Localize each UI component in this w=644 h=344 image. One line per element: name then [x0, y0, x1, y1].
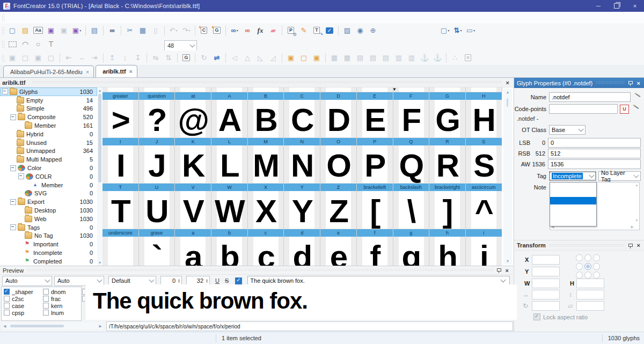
tab-alibabapuhuiti[interactable]: AlibabaPuHuiTi-2-65-Mediu ×: [3, 65, 94, 77]
cut-icon[interactable]: ✂▾: [124, 25, 136, 36]
feature-checkbox[interactable]: [43, 296, 49, 302]
glyph-cell-e[interactable]: ee: [320, 229, 356, 266]
intersect-icon[interactable]: ▣: [311, 53, 323, 63]
scroll-right-icon[interactable]: ▶: [631, 225, 634, 229]
tree-item-svg[interactable]: SVG 0: [0, 189, 97, 198]
open-font-icon[interactable]: ▤▾: [19, 25, 31, 36]
close-panel-icon[interactable]: ×: [635, 242, 642, 248]
scroll-right-icon[interactable]: ▶: [99, 324, 102, 328]
rows-lock-icon[interactable]: ▤: [380, 53, 392, 63]
close-overview-icon[interactable]: ×: [504, 79, 511, 86]
distribute-h-icon[interactable]: ⇆: [150, 53, 162, 63]
scroll-left-icon[interactable]: ◀: [3, 324, 6, 328]
connect-points-icon[interactable]: ∴: [449, 53, 461, 63]
tree-item-color[interactable]: Color 0: [0, 164, 97, 172]
close-panel-icon[interactable]: ×: [635, 80, 642, 86]
formula-icon[interactable]: fx▾: [254, 25, 266, 36]
rows-undo-icon[interactable]: ▤: [367, 53, 379, 63]
lock-aspect-checkbox[interactable]: [533, 313, 540, 320]
tree-item-composite[interactable]: Composite 520: [0, 113, 97, 121]
glyph-cell-Z[interactable]: ZZ: [320, 184, 356, 229]
tab-close-icon[interactable]: ×: [86, 69, 89, 75]
glyph-size-combo[interactable]: 48: [164, 40, 197, 51]
sort-icon[interactable]: ⇅▾: [452, 25, 464, 36]
feature-checkbox[interactable]: [43, 303, 49, 309]
find-icon[interactable]: ∞▾: [106, 25, 118, 36]
glyph-cell-L[interactable]: LL: [211, 138, 247, 184]
feature-checkbox[interactable]: [4, 296, 10, 302]
anchor-icon[interactable]: ⚓: [419, 53, 430, 63]
tree-item-colr-member[interactable]: Member 0: [0, 181, 97, 189]
feature-item[interactable]: kern: [42, 302, 81, 309]
columns-icon[interactable]: ▥: [393, 53, 405, 63]
glyph-cell-bracketleft[interactable]: bracketleft[: [356, 184, 393, 229]
tree-item-web[interactable]: Web 1030: [0, 215, 97, 223]
feature-item[interactable]: cpsp: [3, 309, 42, 316]
glyph-cell-R[interactable]: RR: [429, 138, 465, 184]
feature-list-scrollbar[interactable]: ◀ ▶: [2, 323, 103, 330]
wand-icon[interactable]: [633, 93, 641, 101]
expand-toggle-icon[interactable]: [18, 259, 23, 264]
close-button[interactable]: ×: [626, 0, 644, 12]
y-input[interactable]: [532, 267, 560, 276]
test-webfont-icon[interactable]: ◉▾: [354, 25, 366, 36]
tree-item-simple[interactable]: Simple 496: [0, 105, 97, 113]
save-icon[interactable]: ▣▾: [45, 25, 57, 36]
tree-item-export[interactable]: Export 1030: [0, 197, 97, 206]
grid-scrollbar[interactable]: ▲ ▼: [503, 89, 512, 265]
x-input[interactable]: [532, 255, 560, 265]
rotate-cw-icon[interactable]: ◿: [267, 53, 279, 63]
anchor-lock-icon[interactable]: ⚓: [431, 53, 443, 63]
scroll-up-icon[interactable]: ▲: [97, 89, 103, 92]
glyph-cell-I[interactable]: II: [103, 138, 138, 184]
bring-to-front-icon[interactable]: ▣: [6, 53, 18, 63]
expand-toggle-icon[interactable]: [18, 191, 23, 196]
compare-fonts-icon[interactable]: ▨▾: [341, 25, 353, 36]
h-input[interactable]: [576, 279, 604, 288]
origin-radio[interactable]: [576, 272, 583, 279]
glyph-cell-h[interactable]: hh: [429, 229, 465, 266]
rows-icon[interactable]: ▤: [354, 53, 366, 63]
w-input[interactable]: [532, 279, 560, 288]
bring-forward-icon[interactable]: ▣: [32, 53, 44, 63]
expand-toggle-icon[interactable]: [18, 123, 23, 128]
glyph-cell-b[interactable]: bb: [211, 229, 247, 266]
expand-toggle-icon[interactable]: [10, 199, 16, 205]
scroll-thumb[interactable]: [10, 325, 64, 327]
complete-composites-icon[interactable]: ∞▾: [229, 25, 240, 36]
lsb-input[interactable]: 0: [548, 138, 641, 148]
expand-toggle-icon[interactable]: [10, 131, 15, 136]
unicode-icon[interactable]: U: [620, 105, 629, 114]
select-tool-icon[interactable]: [6, 39, 18, 49]
align-top-icon[interactable]: ↥: [106, 53, 118, 63]
origin-radio[interactable]: [584, 272, 591, 279]
glyph-cell-U[interactable]: UU: [138, 184, 175, 229]
export-glyph-icon[interactable]: ▭▾: [465, 25, 477, 36]
menu-item[interactable]: [23, 13, 32, 22]
open-installed-font-icon[interactable]: Aa▾: [32, 25, 44, 36]
menu-item[interactable]: [49, 13, 57, 22]
glyph-cell-Y[interactable]: YY: [283, 184, 320, 229]
glyph-cell-H[interactable]: HH: [465, 92, 502, 138]
tab-close-icon[interactable]: ×: [129, 68, 133, 75]
expand-toggle-icon[interactable]: [18, 233, 23, 238]
glyph-cell-T[interactable]: TT: [103, 184, 138, 229]
minimize-button[interactable]: ─: [589, 0, 608, 12]
expand-toggle-icon[interactable]: [18, 216, 23, 221]
glyph-cell-d[interactable]: dd: [283, 229, 320, 266]
align-middle-icon[interactable]: ↕: [119, 53, 131, 63]
spinner-arrows-icon[interactable]: ▲▼: [178, 279, 181, 283]
scroll-up-icon[interactable]: ▲: [635, 183, 639, 187]
glyph-cell-O[interactable]: OO: [320, 138, 356, 184]
rotate-icon[interactable]: ↻: [198, 53, 210, 63]
underline-button[interactable]: U: [215, 277, 219, 284]
rotate-ccw-icon[interactable]: ◺: [254, 53, 266, 63]
break-composite-icon[interactable]: ∞▾: [241, 25, 253, 36]
live-preview-checkbox[interactable]: [235, 277, 242, 284]
union-icon[interactable]: ▣: [285, 53, 297, 63]
glyph-cell-V[interactable]: VV: [174, 184, 211, 229]
distribute-v-icon[interactable]: ⇅: [163, 53, 174, 63]
wand-icon[interactable]: [632, 105, 639, 113]
glyph-cell-K[interactable]: KK: [174, 138, 211, 184]
tree-item-colr[interactable]: COLR 0: [0, 172, 97, 181]
